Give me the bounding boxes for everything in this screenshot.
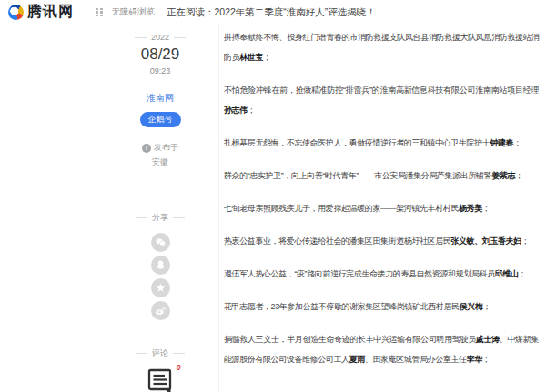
- comments-button[interactable]: 0: [147, 367, 175, 392]
- article-paragraph: 捐髓救人三义士，半月创造生命奇迹的长丰中兴运输有限公司聘用驾驶员戚士涛、中煤新集…: [224, 329, 539, 369]
- accessibility-link[interactable]: 无障碍浏览: [112, 6, 156, 18]
- honoree-name: 姜紫志: [491, 171, 515, 180]
- paragraph-text: 捐髓救人三义士，半月创造生命奇迹的长丰中兴运输有限公司聘用驾驶员: [224, 335, 476, 344]
- wechat-share-button[interactable]: [151, 233, 170, 252]
- share-section-label: 分享: [116, 212, 204, 224]
- source-link[interactable]: 淮南网: [116, 92, 204, 105]
- article-meta-sidebar: 2022 08/29 09:23 淮南网 企鹅号 i 发布于 安徽 分享: [116, 33, 204, 392]
- grid-menu-icon[interactable]: [96, 8, 103, 17]
- paragraph-text: ；: [513, 138, 521, 147]
- published-from-row: i 发布于: [116, 142, 204, 154]
- paragraph-text: 不怕危险冲锋在前，抢做精准防控“排雷兵”的淮南高新信息科技有限公司淮南南站项目经…: [224, 85, 539, 95]
- comment-bubble-icon: [147, 367, 175, 392]
- paragraph-text: ；: [248, 106, 256, 115]
- top-header: 腾讯网 无障碍浏览 正在阅读：2022年第二季度“淮南好人”评选揭晓！: [0, 0, 546, 25]
- paragraph-text: 群众的“忠实护卫”，向上向善“时代青年”——市公安局潘集分局芦集派出所辅警: [224, 171, 491, 180]
- paragraph-text: ；: [482, 302, 490, 311]
- honoree-name: 张义敏、刘玉香夫妇: [450, 236, 521, 246]
- honoree-name: 侯兴梅: [460, 302, 483, 311]
- qzone-star-icon: [154, 281, 167, 295]
- paragraph-text: 热衷公益事业，将爱心传递给社会的潘集区田集街道杨圩社区居民: [224, 236, 450, 246]
- tencent-logo-icon: [8, 5, 24, 20]
- weibo-share-button[interactable]: [151, 301, 170, 320]
- honoree-name: 李华: [467, 355, 482, 364]
- honoree-name: 林世宝: [239, 53, 263, 62]
- tencent-logo[interactable]: 腾讯网: [8, 3, 74, 22]
- honoree-name: 孙志伟: [224, 106, 248, 115]
- paragraph-text: 扎根基层无怨悔，不忘使命医护人，勇做疫情逆行者的三和镇中心卫生院护士: [224, 138, 490, 147]
- paragraph-text: 退伍军人热心公益，“疫”路向前逆行完成生命接力的寿县自然资源和规划局科员: [224, 269, 495, 278]
- honoree-name: 邱维山: [495, 269, 519, 278]
- article-paragraph: 群众的“忠实护卫”，向上向善“时代青年”——市公安局潘集分局芦集派出所辅警姜紫志…: [224, 166, 539, 186]
- paragraph-text: 、田家庵区城管局办公室主任: [365, 355, 467, 364]
- article-paragraph: 退伍军人热心公益，“疫”路向前逆行完成生命接力的寿县自然资源和规划局科员邱维山；: [224, 264, 539, 284]
- qq-icon: [154, 258, 167, 272]
- qzone-share-button[interactable]: [151, 278, 170, 297]
- paragraph-text: 七旬老母亲照顾残疾儿子，用爱撑起温暖的家——架河镇先丰村村民: [224, 204, 459, 213]
- logo-text: 腾讯网: [27, 3, 74, 22]
- article-paragraph: 不怕危险冲锋在前，抢做精准防控“排雷兵”的淮南高新信息科技有限公司淮南南站项目经…: [224, 80, 539, 120]
- publish-time: 09:23: [116, 66, 204, 75]
- qq-share-button[interactable]: [151, 256, 170, 275]
- article-paragraph: 扎根基层无怨悔，不忘使命医护人，勇做疫情逆行者的三和镇中心卫生院护士钟建春；: [224, 133, 539, 153]
- paragraph-text: 花甲志愿者，23年参加公益不停歇的谢家集区望峰岗镇矿北西村居民: [224, 302, 460, 311]
- honoree-name: 戚士涛: [476, 335, 500, 344]
- article-body: 拼搏奉献终不悔、投身红门谱青春的市消防救援支队凤台县消防救援大队凤凰消防救援站消…: [224, 27, 539, 382]
- article-paragraph: 花甲志愿者，23年参加公益不停歇的谢家集区望峰岗镇矿北西村居民侯兴梅；: [224, 297, 539, 317]
- honoree-name: 杨秀美: [459, 204, 482, 213]
- paragraph-text: ；: [482, 204, 490, 213]
- honoree-name: 钟建春: [490, 138, 513, 147]
- comments-section-label: 评论: [116, 347, 204, 359]
- paragraph-text: ；: [515, 171, 523, 180]
- article-paragraph: 热衷公益事业，将爱心传递给社会的潘集区田集街道杨圩社区居民张义敏、刘玉香夫妇；: [224, 231, 539, 251]
- article-paragraph: 七旬老母亲照顾残疾儿子，用爱撑起温暖的家——架河镇先丰村村民杨秀美；: [224, 198, 539, 218]
- publish-date: 08/29: [116, 45, 204, 64]
- now-reading-label: 正在阅读：2022年第二季度“淮南好人”评选揭晓！: [167, 6, 376, 19]
- honoree-name: 夏雨: [349, 355, 365, 364]
- wechat-icon: [154, 236, 167, 249]
- sidebar-content-divider: [218, 25, 219, 392]
- publish-year: 2022: [116, 33, 204, 42]
- paragraph-text: ；: [482, 355, 490, 364]
- share-icon-list: [116, 233, 204, 320]
- paragraph-text: ；: [263, 53, 271, 62]
- comment-count-badge: 0: [176, 363, 180, 372]
- published-from-label: 发布于: [154, 142, 178, 154]
- penguin-account-badge[interactable]: 企鹅号: [140, 112, 181, 127]
- paragraph-text: 拼搏奉献终不悔、投身红门谱青春的市消防救援支队凤台县消防救援大队凤凰消防救援站消…: [224, 33, 539, 62]
- paragraph-text: ；: [518, 269, 526, 278]
- info-icon: i: [142, 144, 151, 153]
- publish-region: 安徽: [116, 156, 204, 168]
- weibo-icon: [154, 304, 167, 317]
- article-paragraph: 拼搏奉献终不悔、投身红门谱青春的市消防救援支队凤台县消防救援大队凤凰消防救援站消…: [224, 27, 539, 67]
- paragraph-text: ；: [521, 236, 530, 246]
